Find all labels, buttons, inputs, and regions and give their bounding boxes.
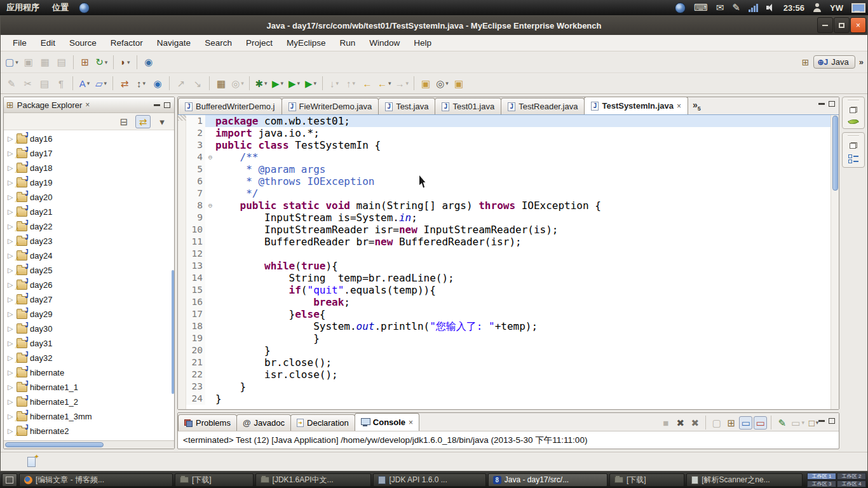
debug-icon[interactable]: ✱▾	[254, 76, 269, 91]
network-signal-icon[interactable]	[749, 4, 758, 12]
expander-icon[interactable]: ▷	[8, 339, 14, 348]
editor-minimize-icon[interactable]	[818, 103, 825, 105]
browser-launcher-icon[interactable]	[79, 3, 90, 13]
restore-view-icon[interactable]	[850, 107, 857, 113]
menu-file[interactable]: File	[6, 35, 34, 51]
package-explorer-header[interactable]: ⊞ Package Explorer ×	[4, 97, 174, 113]
mail-indicator-icon[interactable]: ✉	[716, 2, 724, 13]
back-icon[interactable]: ←▾	[376, 76, 393, 91]
editor-tab-testsystemin-java[interactable]: TestSystemIn.java×	[584, 97, 688, 114]
menu-run[interactable]: Run	[332, 35, 362, 51]
taskbar-item-编辑文章-博客频[interactable]: [编辑文章 - 博客频...	[19, 473, 173, 487]
sync-deploy-icon[interactable]: ⇄	[117, 76, 132, 91]
fold-marker[interactable]: ⊖	[205, 151, 215, 163]
taskbar-item-java-day17-src[interactable]: 8Java - day17/src/...	[488, 473, 607, 487]
keyboard-indicator-icon[interactable]: ⌨	[694, 2, 708, 13]
code-line-16[interactable]: 16 break;	[186, 296, 831, 308]
tree-item-day23[interactable]: ▷J⚠day23	[4, 234, 174, 248]
code-line-3[interactable]: 3public class TestSystemIn {	[186, 139, 831, 151]
code-line-14[interactable]: 14 String temp=br.readLine();	[186, 272, 831, 284]
expander-icon[interactable]: ▷	[8, 135, 14, 143]
panel-maximize-icon[interactable]	[829, 418, 835, 424]
dock-grip[interactable]	[848, 135, 859, 137]
menu-navigate[interactable]: Navigate	[150, 35, 198, 51]
new-wizard-page-icon[interactable]: ▱▾	[93, 76, 109, 91]
web-browser-icon[interactable]: ◉	[150, 76, 165, 91]
code-line-19[interactable]: 19 }	[186, 332, 831, 344]
expander-icon[interactable]: ▷	[8, 164, 14, 172]
menu-source[interactable]: Source	[62, 35, 104, 51]
editor-maximize-icon[interactable]	[829, 101, 835, 107]
code-line-4[interactable]: 4⊖ /**	[186, 151, 831, 163]
dropdown-caret-icon[interactable]: ▾	[388, 80, 391, 86]
dropdown-caret-icon[interactable]: ▾	[87, 80, 90, 86]
editor-tab-test-java[interactable]: Test.java	[378, 98, 435, 114]
code-line-15[interactable]: 15 if("quit".equals(temp)){	[186, 284, 831, 296]
dropdown-caret-icon[interactable]: ▾	[104, 80, 107, 86]
open-resource-icon[interactable]: ▣	[451, 76, 466, 91]
close-console-icon[interactable]: ✖	[674, 416, 687, 430]
myeclipse-leaf-icon[interactable]	[848, 117, 859, 126]
taskbar-item-下载[interactable]: [下载]	[609, 473, 684, 487]
tree-item-day18[interactable]: ▷J⚠day18	[4, 161, 174, 175]
system-menu-位置[interactable]: 位置	[46, 3, 75, 12]
dropdown-caret-icon[interactable]: ▾	[281, 80, 284, 86]
new-wizard-a-icon[interactable]: A▾	[77, 76, 92, 91]
show-stderr-icon[interactable]: ▭	[754, 416, 767, 430]
notes-indicator-icon[interactable]: ✎	[732, 2, 740, 13]
editor-tab-fiewriterdemo-java[interactable]: FieWriterDemo.java	[281, 98, 379, 114]
dock-grip[interactable]	[848, 100, 859, 101]
expander-icon[interactable]: ▷	[8, 295, 14, 304]
expander-icon[interactable]: ▷	[8, 266, 14, 274]
close-button[interactable]: ×	[850, 17, 866, 33]
menu-myeclipse[interactable]: MyEclipse	[280, 35, 333, 51]
tree-item-day29[interactable]: ▷Jday29	[4, 307, 174, 322]
hidden-tabs-chevron[interactable]: »5	[693, 100, 701, 112]
perspective-overflow-chevron[interactable]: »	[859, 57, 864, 67]
fold-marker[interactable]: ⊖	[205, 200, 215, 212]
taskbar-item-jdk1-6api中文[interactable]: [JDK1.6API中文...	[255, 473, 372, 487]
panel-minimize-icon[interactable]	[818, 420, 825, 422]
new-report-icon[interactable]: ▦	[214, 76, 229, 91]
code-line-20[interactable]: 20 }	[186, 344, 831, 356]
expander-icon[interactable]: ▷	[8, 237, 14, 245]
expander-icon[interactable]: ▷	[8, 193, 14, 201]
code-line-6[interactable]: 6 * @throws IOException	[186, 175, 831, 187]
code-line-7[interactable]: 7 */	[186, 187, 831, 200]
expander-icon[interactable]: ▷	[8, 281, 14, 289]
maximize-button[interactable]	[834, 17, 850, 33]
restore-view-icon[interactable]	[850, 142, 857, 149]
dropdown-caret-icon[interactable]: ▾	[241, 80, 244, 86]
volume-icon[interactable]	[766, 4, 775, 11]
launch-status-icon[interactable]	[27, 457, 36, 467]
link-with-editor-icon[interactable]: ⇄	[135, 115, 151, 128]
menu-refactor[interactable]: Refactor	[104, 35, 150, 51]
dropdown-caret-icon[interactable]: ▾	[352, 80, 355, 86]
tree-item-day19[interactable]: ▷J⚠day19	[4, 175, 174, 190]
dropdown-caret-icon[interactable]: ▾	[142, 80, 146, 86]
expander-icon[interactable]: ▷	[8, 208, 14, 216]
view-menu-icon[interactable]: ▾	[154, 115, 170, 128]
dropdown-caret-icon[interactable]: ▾	[127, 59, 130, 65]
tree-item-day16[interactable]: ▷J⚠day16	[4, 132, 174, 146]
source-code[interactable]: 1package com.wb.test01;2import java.io.*…	[186, 115, 831, 409]
new-java-project-icon[interactable]: ⊞	[78, 55, 93, 70]
profile-icon[interactable]: ▶▾	[303, 76, 318, 91]
search-icon[interactable]: ◎▾	[435, 76, 450, 91]
open-type-icon[interactable]: ▣	[418, 76, 433, 91]
code-line-1[interactable]: 1package com.wb.test01;	[186, 115, 831, 127]
editor-tab-bufferedwriterdemo-j[interactable]: BufferedWriterDemo.j	[178, 98, 282, 114]
expander-icon[interactable]: ▷	[8, 412, 14, 421]
menu-window[interactable]: Window	[362, 35, 407, 51]
tree-item-day24[interactable]: ▷J⚠day24	[4, 248, 174, 263]
dropdown-caret-icon[interactable]: ▾	[264, 80, 268, 86]
code-line-12[interactable]: 12	[186, 248, 831, 260]
tree-item-hibernate1-1[interactable]: ▷Jhibernate1_1	[4, 380, 174, 395]
editor-tab-test01-java[interactable]: Test01.java	[435, 98, 501, 114]
panel-tab-declaration[interactable]: Declaration	[290, 414, 355, 431]
code-line-11[interactable]: 11 BufferedReader br=new BufferedReader(…	[186, 236, 831, 248]
show-stdout-icon[interactable]: ▭	[739, 416, 752, 430]
tree-horizontal-scrollbar[interactable]	[4, 440, 174, 449]
tree-item-day27[interactable]: ▷J⚠day27	[4, 292, 174, 307]
code-line-21[interactable]: 21 br.close();	[186, 356, 831, 369]
